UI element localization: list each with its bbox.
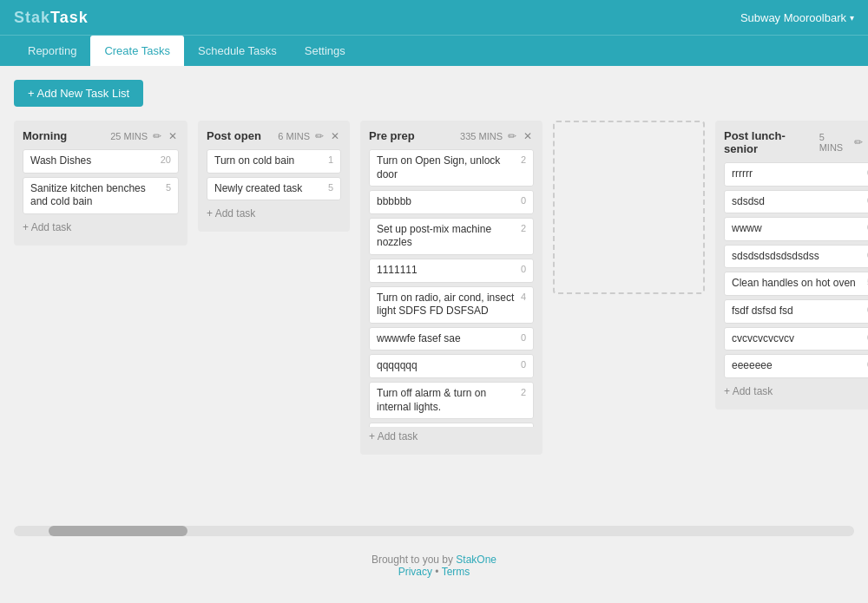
task-item: fsdf dsfsd fsd 0 bbox=[724, 299, 868, 324]
nav-settings[interactable]: Settings bbox=[291, 36, 359, 66]
delete-post-open-button[interactable]: ✕ bbox=[329, 130, 341, 142]
task-list-preprep-title: Pre prep bbox=[369, 129, 415, 142]
logo-part1: Stak bbox=[14, 9, 50, 26]
task-text: fsdf dsfsd fsd bbox=[732, 305, 864, 318]
task-item: Turn on Open Sign, unlock door 2 bbox=[369, 149, 534, 187]
preprep-tasks-list: Turn on Open Sign, unlock door 2 bbbbbb … bbox=[369, 149, 534, 427]
task-text: Clean handles on hot oven bbox=[732, 277, 864, 291]
edit-preprep-button[interactable]: ✏ bbox=[506, 130, 518, 142]
task-text: Wash Dishes bbox=[30, 154, 157, 168]
edit-morning-button[interactable]: ✏ bbox=[151, 130, 163, 142]
nav-create-tasks[interactable]: Create Tasks bbox=[90, 36, 184, 66]
task-text: Set up post-mix machine nozzles bbox=[377, 223, 517, 250]
task-text: 1111111 bbox=[377, 264, 517, 278]
task-num: 2 bbox=[521, 154, 526, 165]
task-text: Turn on radio, air cond, insect light SD… bbox=[377, 292, 517, 318]
task-list-post-open-meta: 6 MINS ✏ ✕ bbox=[278, 130, 341, 142]
task-item: rrrrrr 0 bbox=[724, 162, 868, 187]
add-task-morning[interactable]: + Add task bbox=[23, 218, 179, 237]
footer-separator: • bbox=[435, 566, 441, 578]
edit-post-open-button[interactable]: ✏ bbox=[313, 130, 326, 142]
header: StakTask Subway Mooroolbark ▾ bbox=[0, 0, 868, 35]
logo: StakTask bbox=[14, 9, 89, 27]
task-text: qqqqqqq bbox=[377, 359, 517, 373]
nav-reporting[interactable]: Reporting bbox=[14, 36, 90, 66]
task-list-morning: Morning 25 MINS ✏ ✕ Wash Dishes 20 Sanit… bbox=[14, 121, 187, 246]
task-list-preprep-header: Pre prep 335 MINS ✏ ✕ bbox=[369, 129, 534, 142]
task-item: Turn off alarm & turn on internal lights… bbox=[369, 382, 534, 419]
add-task-post-lunch[interactable]: + Add task bbox=[724, 382, 868, 401]
task-num: 0 bbox=[521, 332, 526, 343]
footer-privacy-link[interactable]: Privacy bbox=[398, 566, 432, 578]
task-list-post-open-header: Post open 6 MINS ✏ ✕ bbox=[207, 129, 341, 142]
task-num: 5 bbox=[328, 182, 333, 193]
horizontal-scrollbar[interactable] bbox=[14, 526, 854, 536]
task-text: Sanitize kitchen benches and cold bain bbox=[30, 182, 162, 209]
task-item: Wash Dishes 20 bbox=[23, 149, 179, 174]
task-item: 1111111 0 bbox=[369, 259, 534, 283]
task-item: bbbbbb 0 bbox=[369, 190, 534, 214]
task-text: Newly created task bbox=[214, 182, 325, 196]
footer-brand-link[interactable]: StakOne bbox=[456, 554, 496, 566]
task-item: wwwwfe fasef sae 0 bbox=[369, 327, 534, 351]
add-task-list-button[interactable]: + Add New Task List bbox=[14, 80, 143, 107]
task-list-post-lunch-header: Post lunch- senior 5 MINS ✏ ✕ bbox=[724, 129, 868, 155]
task-item: sdsdsdsdsdsdsdss 0 bbox=[724, 245, 868, 269]
task-text: bbbbbb bbox=[377, 195, 517, 209]
content: + Add New Task List Morning 25 MINS ✏ ✕ … bbox=[0, 66, 868, 519]
task-num: 2 bbox=[521, 223, 526, 233]
delete-morning-button[interactable]: ✕ bbox=[167, 130, 179, 142]
add-task-preprep[interactable]: + Add task bbox=[369, 427, 534, 446]
edit-post-lunch-button[interactable]: ✏ bbox=[852, 136, 865, 148]
task-item: Turn on radio, air cond, insect light SD… bbox=[369, 286, 534, 324]
task-text: wwww bbox=[732, 222, 864, 236]
task-list-empty bbox=[553, 121, 705, 294]
add-task-post-open[interactable]: + Add task bbox=[207, 204, 341, 223]
scrollbar-thumb[interactable] bbox=[49, 526, 187, 536]
task-item: Clean handles on hot oven 5 bbox=[724, 272, 868, 296]
task-list-post-lunch-meta: 5 MINS ✏ ✕ bbox=[819, 132, 868, 153]
delete-preprep-button[interactable]: ✕ bbox=[522, 130, 534, 142]
footer-terms-link[interactable]: Terms bbox=[442, 566, 470, 578]
task-text: rrrrrr bbox=[732, 167, 864, 181]
task-num: 0 bbox=[521, 264, 526, 274]
task-num: 0 bbox=[521, 195, 526, 206]
task-text: sdsdsd bbox=[732, 195, 864, 209]
task-text: Turn on cold bain bbox=[214, 154, 325, 168]
task-item: cvcvcvcvcvcv 0 bbox=[724, 327, 868, 351]
task-item: qqqqqqq 0 bbox=[369, 354, 534, 378]
task-num: 1 bbox=[328, 154, 333, 165]
task-num: 2 bbox=[521, 387, 526, 397]
task-item: Set up post-mix machine nozzles 2 bbox=[369, 218, 534, 255]
task-list-preprep: Pre prep 335 MINS ✏ ✕ Turn on Open Sign,… bbox=[360, 121, 542, 455]
task-list-post-lunch: Post lunch- senior 5 MINS ✏ ✕ rrrrrr 0 s… bbox=[715, 121, 868, 410]
task-text: sdsdsdsdsdsdsdss bbox=[732, 250, 864, 264]
task-list-preprep-meta: 335 MINS ✏ ✕ bbox=[460, 130, 534, 142]
footer-text: Brought to you by bbox=[372, 554, 456, 566]
task-lists-container: Morning 25 MINS ✏ ✕ Wash Dishes 20 Sanit… bbox=[14, 121, 854, 505]
task-text: Turn on Open Sign, unlock door bbox=[377, 154, 517, 181]
task-item: wwww 0 bbox=[724, 217, 868, 241]
footer: Brought to you by StakOne Privacy • Term… bbox=[0, 543, 868, 588]
task-num: 4 bbox=[521, 292, 526, 302]
task-item: Sanitize kitchen benches and cold bain 5 bbox=[23, 177, 179, 214]
chevron-down-icon: ▾ bbox=[850, 13, 854, 23]
user-menu[interactable]: Subway Mooroolbark ▾ bbox=[740, 11, 854, 24]
nav-schedule-tasks[interactable]: Schedule Tasks bbox=[184, 36, 291, 66]
task-list-post-open-title: Post open bbox=[207, 129, 261, 142]
task-text: Turn off alarm & turn on internal lights… bbox=[377, 387, 517, 414]
task-list-morning-header: Morning 25 MINS ✏ ✕ bbox=[23, 129, 179, 142]
task-list-post-open: Post open 6 MINS ✏ ✕ Turn on cold bain 1… bbox=[198, 121, 350, 232]
task-list-post-open-mins: 6 MINS bbox=[278, 131, 310, 141]
task-item: eeeeeee 0 bbox=[724, 354, 868, 378]
task-item: Newly created task 5 bbox=[207, 177, 341, 201]
task-item: Turn on cold bain 1 bbox=[207, 149, 341, 174]
task-text: cvcvcvcvcvcv bbox=[732, 332, 864, 346]
task-text: eeeeeee bbox=[732, 359, 864, 373]
nav: Reporting Create Tasks Schedule Tasks Se… bbox=[0, 35, 868, 66]
logo-part2: Task bbox=[50, 9, 89, 26]
user-name: Subway Mooroolbark bbox=[740, 11, 846, 24]
task-text: wwwwfe fasef sae bbox=[377, 332, 517, 346]
task-list-morning-title: Morning bbox=[23, 129, 67, 142]
task-num: 20 bbox=[161, 154, 171, 165]
